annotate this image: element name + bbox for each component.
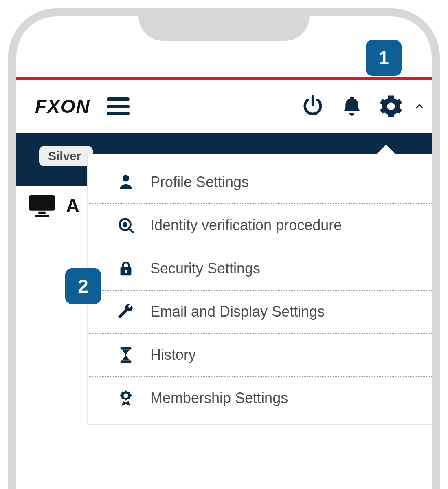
gear-icon xyxy=(379,95,403,118)
svg-rect-2 xyxy=(38,212,45,214)
brand-name: FXON xyxy=(35,95,90,117)
header-actions xyxy=(301,94,425,119)
menu-item-label: Security Settings xyxy=(150,260,260,277)
svg-rect-7 xyxy=(121,347,132,350)
menu-item-label: Email and Display Settings xyxy=(150,303,325,320)
hourglass-icon xyxy=(116,345,136,365)
hamburger-bar-icon xyxy=(107,105,130,108)
hamburger-bar-icon xyxy=(107,97,130,101)
phone-notch xyxy=(138,16,310,41)
notifications-button[interactable] xyxy=(340,94,364,119)
menu-item-profile[interactable]: Profile Settings xyxy=(88,161,432,204)
brand-logo[interactable]: FXON xyxy=(28,95,90,117)
settings-button[interactable] xyxy=(379,94,403,119)
menu-item-label: Membership Settings xyxy=(150,390,288,407)
wrench-icon xyxy=(116,302,136,322)
chevron-up-icon xyxy=(415,101,424,111)
tier-label: Silver xyxy=(48,149,81,163)
power-button[interactable] xyxy=(301,94,325,119)
step-badge-1: 1 xyxy=(366,40,402,76)
verify-icon xyxy=(116,216,136,235)
power-icon xyxy=(301,95,325,118)
hamburger-menu-button[interactable] xyxy=(107,97,130,115)
lock-icon xyxy=(116,259,136,278)
menu-item-membership[interactable]: Membership Settings xyxy=(88,377,432,419)
settings-dropdown: Profile Settings Identity verification p… xyxy=(87,154,432,425)
menu-item-label: Profile Settings xyxy=(150,174,249,191)
mockup-stage: FXON xyxy=(0,0,448,489)
menu-item-identity[interactable]: Identity verification procedure xyxy=(88,204,432,247)
monitor-icon xyxy=(28,194,56,218)
menu-item-email-display[interactable]: Email and Display Settings xyxy=(88,291,432,334)
svg-point-4 xyxy=(123,175,129,181)
bell-icon xyxy=(340,95,364,118)
step-badge-2: 2 xyxy=(65,268,101,304)
user-icon xyxy=(116,172,136,192)
award-icon xyxy=(116,388,136,408)
hamburger-bar-icon xyxy=(107,112,130,115)
menu-item-label: History xyxy=(150,346,196,363)
menu-item-security[interactable]: Security Settings xyxy=(88,247,432,291)
app-header: FXON xyxy=(16,80,432,133)
menu-item-history[interactable]: History xyxy=(88,334,432,377)
section-letter: A xyxy=(66,195,80,217)
svg-rect-3 xyxy=(35,215,49,217)
svg-rect-1 xyxy=(29,195,55,211)
settings-caret[interactable] xyxy=(414,101,425,112)
svg-point-6 xyxy=(123,222,127,227)
step-number: 2 xyxy=(78,275,88,297)
step-number: 1 xyxy=(378,47,389,69)
tier-chip[interactable]: Silver xyxy=(39,146,93,166)
phone-frame: FXON xyxy=(8,8,440,489)
svg-rect-8 xyxy=(121,360,132,363)
menu-item-label: Identity verification procedure xyxy=(150,217,342,234)
